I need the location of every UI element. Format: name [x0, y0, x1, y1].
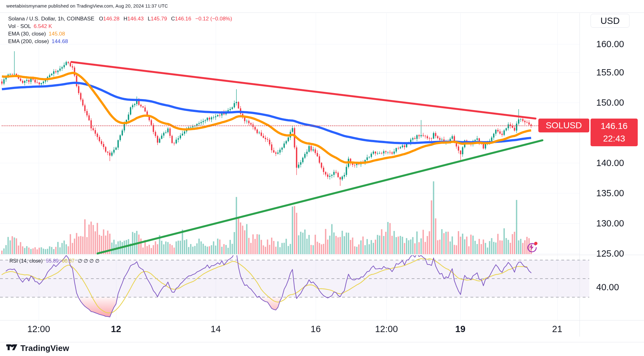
ema30-value: 145.08: [49, 31, 65, 37]
tradingview-mark-icon: [6, 344, 18, 352]
time-axis-label: 16: [311, 324, 321, 334]
publish-attribution: weetabixismyname published on TradingVie…: [6, 3, 168, 8]
high-label: H: [124, 16, 127, 22]
ema200-row[interactable]: EMA (200, close) 144.68: [8, 38, 232, 45]
time-axis-label: 21: [552, 324, 562, 334]
price-chart-canvas[interactable]: [0, 0, 644, 356]
symbol-price-badge: SOLUSD: [538, 119, 589, 132]
time-axis-label: 12:00: [27, 324, 50, 334]
time-axis-label: 14: [211, 324, 221, 334]
time-axis-label: 19: [455, 324, 465, 334]
close-label: C: [171, 16, 175, 22]
symbol-title[interactable]: Solana / U.S. Dollar, 1h, COINBASE: [8, 16, 94, 22]
low-label: L: [148, 16, 151, 22]
tradingview-wordmark: TradingView: [20, 343, 69, 353]
price-axis-label: 155.00: [596, 67, 624, 78]
rsi-hidden-values: ∅ ∅ ∅ ∅: [78, 258, 99, 264]
currency-toggle[interactable]: USD: [591, 14, 630, 28]
last-price: 146.16: [601, 120, 628, 132]
rsi-ma-value: 60.57: [62, 258, 75, 264]
last-price-badge: 146.16 22:43: [591, 119, 638, 146]
symbol-ohlc-row[interactable]: Solana / U.S. Dollar, 1h, COINBASE O146.…: [8, 15, 232, 23]
time-axis-label: 12:00: [375, 324, 398, 334]
bar-countdown: 22:43: [603, 132, 625, 145]
price-axis-label: 140.00: [596, 158, 624, 168]
price-axis-label: 125.00: [596, 248, 624, 259]
ema200-label: EMA (200, close): [8, 38, 49, 44]
open-label: O: [99, 16, 103, 22]
high-value: 146.43: [127, 16, 144, 22]
price-axis-label: 40.00: [596, 282, 619, 292]
price-axis-label: 130.00: [596, 218, 624, 229]
change-value: −0.12 (−0.08%): [195, 16, 232, 22]
rsi-legend[interactable]: RSI (14, close) 55.89 60.57 ∅ ∅ ∅ ∅: [9, 258, 101, 264]
low-value: 145.79: [151, 16, 167, 22]
ema200-value: 144.68: [52, 38, 68, 44]
volume-label: Vol · SOL: [8, 23, 31, 29]
rsi-value: 55.89: [46, 258, 58, 264]
price-axis-label: 150.00: [596, 97, 624, 108]
price-axis-label: 160.00: [596, 39, 624, 49]
tradingview-logo[interactable]: TradingView: [6, 343, 69, 353]
volume-value: 6.542 K: [34, 23, 52, 29]
rsi-label: RSI (14, close): [9, 258, 43, 264]
open-value: 146.28: [103, 16, 119, 22]
time-axis-label: 12: [111, 324, 121, 334]
boost-reaction-button[interactable]: [525, 241, 538, 253]
ema30-label: EMA (30, close): [8, 31, 46, 37]
lightning-icon: [525, 241, 538, 253]
volume-row[interactable]: Vol · SOL 6.542 K: [8, 23, 232, 30]
chart-legend: Solana / U.S. Dollar, 1h, COINBASE O146.…: [8, 15, 232, 45]
ema30-row[interactable]: EMA (30, close) 145.08: [8, 30, 232, 38]
tradingview-snapshot: weetabixismyname published on TradingVie…: [0, 0, 644, 356]
close-value: 146.16: [175, 16, 191, 22]
price-axis-label: 135.00: [596, 188, 624, 198]
